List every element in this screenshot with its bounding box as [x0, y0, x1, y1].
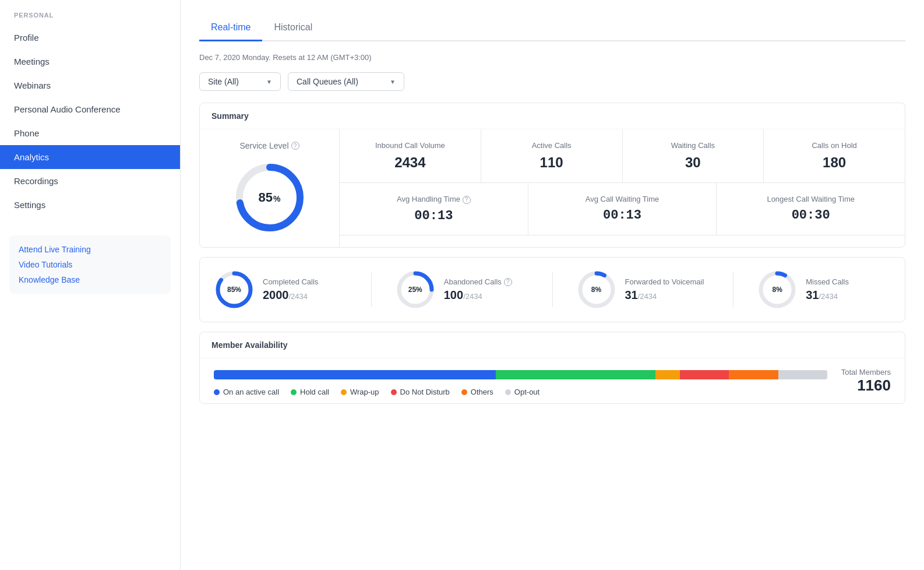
sidebar-item-knowledge-base[interactable]: Knowledge Base — [19, 275, 161, 284]
avail-segment-hold-call — [496, 370, 655, 379]
legend-item-wrap-up: Wrap-up — [341, 388, 379, 396]
service-level-panel: Service Level ? 85% — [200, 129, 340, 247]
avail-segment-do-not-disturb — [680, 370, 729, 379]
service-level-title: Service Level ? — [239, 141, 299, 150]
legend-dot-others — [461, 389, 467, 395]
total-members-area: Total Members 1160 — [841, 358, 905, 395]
member-availability-body: On an active call Hold call Wrap-up Do N… — [200, 358, 905, 403]
sidebar-section-label: PERSONAL — [0, 12, 180, 26]
abandoned-calls-donut: 25% — [395, 269, 436, 310]
member-availability-header: Member Availability — [200, 332, 905, 358]
summary-row: Service Level ? 85% — [200, 129, 905, 247]
stat-waiting-calls: Waiting Calls 30 — [623, 129, 764, 182]
summary-card-header: Summary — [200, 103, 905, 129]
call-metrics-card: 85% Completed Calls 2000/2434 25% Abando… — [199, 257, 905, 322]
service-level-donut: 85% — [232, 160, 308, 235]
service-level-info-icon[interactable]: ? — [291, 142, 299, 150]
summary-card: Summary Service Level ? 85% — [199, 103, 905, 248]
legend-dot-wrap-up — [341, 389, 347, 395]
call-queues-filter[interactable]: Call Queues (All) ▼ — [288, 72, 404, 91]
sidebar-item-attend-live-training[interactable]: Attend Live Training — [19, 245, 161, 254]
date-line: Dec 7, 2020 Monday. Resets at 12 AM (GMT… — [199, 53, 905, 62]
avail-segment-others — [729, 370, 778, 379]
sidebar-item-personal-audio-conference[interactable]: Personal Audio Conference — [0, 97, 180, 121]
info-icon[interactable]: ? — [504, 278, 512, 286]
call-metric-forwarded-to-voicemail: 8% Forwarded to Voicemail 31/2434 — [576, 269, 710, 310]
sidebar-nav: ProfileMeetingsWebinarsPersonal Audio Co… — [0, 26, 180, 217]
legend-dot-do-not-disturb — [391, 389, 397, 395]
sidebar-item-video-tutorials[interactable]: Video Tutorials — [19, 260, 161, 269]
sidebar-item-settings[interactable]: Settings — [0, 193, 180, 217]
call-metrics-inner: 85% Completed Calls 2000/2434 25% Abando… — [200, 258, 905, 322]
site-filter[interactable]: Site (All) ▼ — [199, 72, 281, 91]
sidebar-item-webinars[interactable]: Webinars — [0, 73, 180, 97]
sidebar: PERSONAL ProfileMeetingsWebinarsPersonal… — [0, 0, 181, 570]
service-level-value: 85% — [259, 190, 281, 205]
main-content: Real-time Historical Dec 7, 2020 Monday.… — [181, 0, 924, 570]
legend-item-hold-call: Hold call — [291, 388, 329, 396]
completed-calls-donut: 85% — [214, 269, 255, 310]
forwarded-to-voicemail-donut: 8% — [576, 269, 617, 310]
call-metric-divider — [733, 272, 733, 307]
stat-longest-call-waiting-time: Longest Call Waiting Time 00:30 — [717, 183, 905, 235]
sidebar-item-phone[interactable]: Phone — [0, 121, 180, 145]
availability-bar — [214, 370, 827, 379]
filters: Site (All) ▼ Call Queues (All) ▼ — [199, 72, 905, 91]
stat-avg-handling-time: Avg Handling Time ? 00:13 — [340, 183, 528, 235]
call-metric-completed-calls: 85% Completed Calls 2000/2434 — [214, 269, 348, 310]
tab-realtime[interactable]: Real-time — [199, 16, 262, 41]
sidebar-item-analytics[interactable]: Analytics — [0, 145, 180, 169]
avail-segment-on-active-call — [214, 370, 496, 379]
call-metric-divider — [371, 272, 372, 307]
legend-dot-on-active-call — [214, 389, 220, 395]
avail-segment-wrap-up — [655, 370, 680, 379]
stat-active-calls: Active Calls 110 — [481, 129, 623, 182]
stat-inbound-call-volume: Inbound Call Volume 2434 — [340, 129, 481, 182]
stats-time-row: Avg Handling Time ? 00:13 Avg Call Waiti… — [340, 183, 905, 235]
call-metric-divider — [552, 272, 553, 307]
availability-legend: On an active call Hold call Wrap-up Do N… — [214, 388, 827, 396]
legend-item-do-not-disturb: Do Not Disturb — [391, 388, 450, 396]
sidebar-item-meetings[interactable]: Meetings — [0, 50, 180, 73]
avail-segment-opt-out — [778, 370, 827, 379]
total-members-label: Total Members — [841, 368, 891, 377]
legend-item-on-active-call: On an active call — [214, 388, 279, 396]
legend-dot-opt-out — [505, 389, 511, 395]
call-queues-filter-label: Call Queues (All) — [297, 77, 358, 86]
call-metric-missed-calls: 8% Missed Calls 31/2434 — [757, 269, 891, 310]
sidebar-help-box: Attend Live Training Video Tutorials Kno… — [9, 235, 171, 294]
site-filter-chevron: ▼ — [266, 79, 272, 85]
call-metric-abandoned-calls: 25% Abandoned Calls ? 100/2434 — [395, 269, 529, 310]
tabs: Real-time Historical — [199, 16, 905, 41]
member-availability-card: Member Availability On an active call Ho… — [199, 332, 905, 404]
total-members-value: 1160 — [857, 377, 891, 395]
stats-right: Inbound Call Volume 2434 Active Calls 11… — [340, 129, 905, 247]
sidebar-item-profile[interactable]: Profile — [0, 26, 180, 50]
legend-item-others: Others — [461, 388, 493, 396]
info-icon[interactable]: ? — [463, 196, 471, 204]
missed-calls-donut: 8% — [757, 269, 798, 310]
call-queues-filter-chevron: ▼ — [390, 79, 396, 85]
stats-top-row: Inbound Call Volume 2434 Active Calls 11… — [340, 129, 905, 183]
legend-dot-hold-call — [291, 389, 297, 395]
stat-calls-on-hold: Calls on Hold 180 — [764, 129, 905, 182]
stat-avg-call-waiting-time: Avg Call Waiting Time 00:13 — [528, 183, 717, 235]
tab-historical[interactable]: Historical — [262, 16, 324, 41]
site-filter-label: Site (All) — [208, 77, 239, 86]
legend-item-opt-out: Opt-out — [505, 388, 539, 396]
sidebar-item-recordings[interactable]: Recordings — [0, 169, 180, 193]
